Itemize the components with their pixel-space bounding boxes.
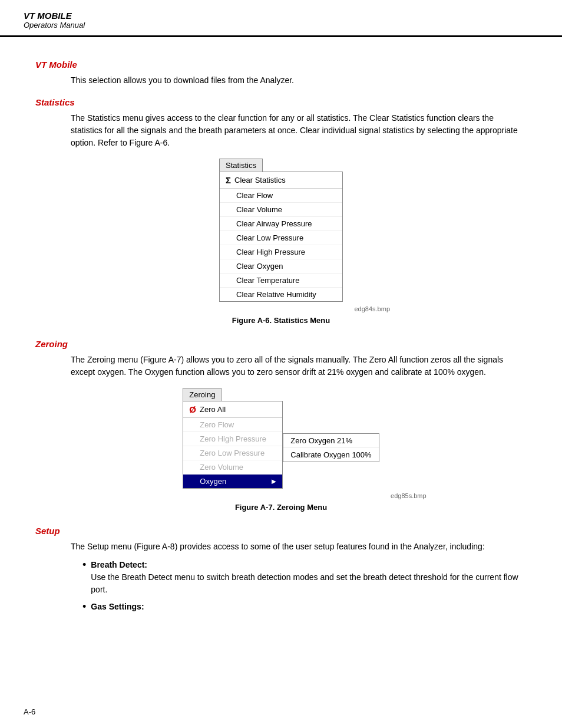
submenu-item-calibrate-oxygen-100[interactable]: Calibrate Oxygen 100% (283, 448, 378, 462)
main-content: VT Mobile This selection allows you to d… (0, 37, 562, 630)
menu-item-zero-high-pressure: Zero High Pressure (183, 432, 282, 446)
statistics-menu: Statistics Σ Clear Statistics Clear Flow… (219, 159, 343, 302)
edg84s-label: edg84s.bmp (354, 305, 390, 312)
bullet-title-gas-settings: Gas Settings: (91, 602, 144, 611)
oxygen-label: Oxygen (200, 477, 226, 486)
menu-item-zero-volume: Zero Volume (183, 460, 282, 475)
bullet-item-breath-detect: • Breath Detect: Use the Breath Detect m… (82, 559, 527, 596)
menu-item-clear-airway-pressure[interactable]: Clear Airway Pressure (220, 217, 342, 231)
bullet-text-breath-detect: Breath Detect: Use the Breath Detect men… (91, 559, 527, 596)
header-subtitle: Operators Manual (24, 21, 538, 29)
clear-statistics-item[interactable]: Σ Clear Statistics (220, 172, 342, 189)
bullet-item-gas-settings: • Gas Settings: (82, 601, 527, 614)
menu-item-oxygen[interactable]: Oxygen ► (183, 475, 282, 488)
zero-all-header[interactable]: Ø Zero All (183, 401, 282, 418)
bullet-dot-2: • (82, 601, 86, 614)
page-number: A-6 (24, 707, 35, 716)
bullet-desc-breath-detect: Use the Breath Detect menu to switch bre… (91, 572, 518, 594)
menu-item-clear-oxygen[interactable]: Clear Oxygen (220, 259, 342, 274)
menu-item-clear-high-pressure[interactable]: Clear High Pressure (220, 245, 342, 259)
header-title: VT MOBILE (24, 11, 538, 21)
statistics-tab: Statistics (219, 159, 263, 172)
section-heading-vt-mobile: VT Mobile (35, 60, 527, 70)
menu-item-clear-low-pressure[interactable]: Clear Low Pressure (220, 231, 342, 245)
zeroing-text: The Zeroing menu (Figure A-7) allows you… (71, 354, 527, 378)
clear-statistics-label: Clear Statistics (234, 176, 286, 185)
setup-text: The Setup menu (Figure A-8) provides acc… (71, 541, 527, 553)
bullet-dot-1: • (82, 559, 86, 572)
sigma-icon: Σ (226, 175, 231, 185)
figure-a7-wrapper: Zeroing Ø Zero All Zero Flow Zero High P… (35, 388, 527, 512)
figure-a6-wrapper: Statistics Σ Clear Statistics Clear Flow… (35, 159, 527, 325)
zero-all-label: Zero All (200, 405, 226, 414)
menu-item-clear-temperature[interactable]: Clear Temperature (220, 274, 342, 288)
bullet-title-breath-detect: Breath Detect: (91, 560, 147, 569)
vt-mobile-text: This selection allows you to download fi… (71, 74, 527, 87)
edg85s-label: edg85s.bmp (391, 492, 427, 499)
zeroing-menu-outer: Zeroing Ø Zero All Zero Flow Zero High P… (183, 388, 379, 489)
zeroing-menu-wrapper: Ø Zero All Zero Flow Zero High Pressure … (183, 401, 379, 489)
zeroing-menu-widget: Ø Zero All Zero Flow Zero High Pressure … (183, 401, 283, 489)
zeroing-tab: Zeroing (183, 388, 222, 401)
menu-item-zero-low-pressure: Zero Low Pressure (183, 446, 282, 460)
bullet-text-gas-settings: Gas Settings: (91, 601, 144, 613)
menu-item-clear-relative-humidity[interactable]: Clear Relative Humidity (220, 288, 342, 301)
section-heading-setup: Setup (35, 526, 527, 536)
submenu-item-zero-oxygen-21[interactable]: Zero Oxygen 21% (283, 434, 378, 448)
setup-bullet-list: • Breath Detect: Use the Breath Detect m… (82, 559, 527, 614)
figure-a6-label: Figure A-6. Statistics Menu (232, 316, 330, 325)
statistics-menu-widget: Σ Clear Statistics Clear Flow Clear Volu… (219, 172, 343, 302)
zeroing-submenu: Zero Oxygen 21% Calibrate Oxygen 100% (283, 433, 379, 462)
section-heading-statistics: Statistics (35, 97, 527, 107)
statistics-text: The Statistics menu gives access to the … (71, 112, 527, 149)
page-header: VT MOBILE Operators Manual (0, 0, 562, 37)
menu-item-clear-flow[interactable]: Clear Flow (220, 189, 342, 203)
section-heading-zeroing: Zeroing (35, 339, 527, 349)
menu-item-zero-flow: Zero Flow (183, 418, 282, 432)
arrow-right-icon: ► (270, 477, 277, 486)
figure-a7-label: Figure A-7. Zeroing Menu (235, 503, 327, 512)
menu-item-clear-volume[interactable]: Clear Volume (220, 203, 342, 217)
zero-icon: Ø (189, 404, 196, 414)
